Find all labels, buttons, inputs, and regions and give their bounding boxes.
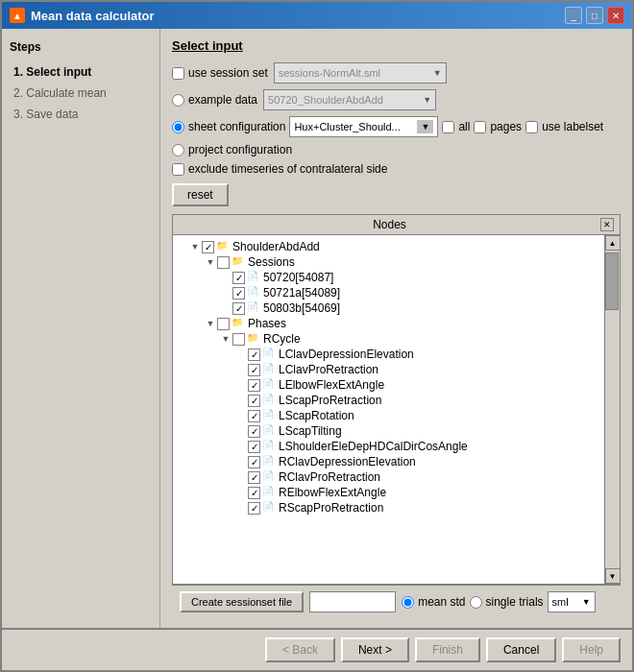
reset-button[interactable]: reset: [172, 183, 229, 206]
checkbox-rscappro[interactable]: [248, 502, 260, 515]
tree-item-lclavdepelevation[interactable]: 📄 LClavDepressionElevation: [173, 347, 604, 362]
tree-item-50721a[interactable]: 📄 50721a[54089]: [173, 285, 604, 300]
main-window: ▲ Mean data calculator _ □ ✕ Steps 1. Se…: [0, 0, 634, 672]
next-button[interactable]: Next >: [341, 637, 409, 662]
cancel-button[interactable]: Cancel: [486, 637, 556, 662]
expand-shoulderabdadd[interactable]: ▼: [188, 240, 202, 253]
checkbox-sessions[interactable]: [217, 256, 230, 269]
sheet-config-dropdown[interactable]: Hux+Cluster_Should... ▼: [289, 116, 438, 137]
sidebar-title: Steps: [10, 40, 152, 54]
checkbox-50803b[interactable]: [232, 302, 245, 315]
project-config-label[interactable]: project configuration: [172, 143, 292, 156]
back-button[interactable]: < Back: [265, 637, 335, 662]
help-button[interactable]: Help: [562, 637, 621, 662]
scroll-thumb[interactable]: [605, 252, 619, 310]
sheet-config-label[interactable]: sheet configuration: [172, 120, 285, 133]
all-checkbox[interactable]: [442, 121, 454, 133]
checkbox-lclavpro[interactable]: [248, 364, 260, 376]
expand-relbowflex: [234, 486, 248, 499]
file-icon-lscaptilting: 📄: [262, 424, 276, 438]
file-icon-relbowflex: 📄: [262, 486, 276, 499]
nodes-tree[interactable]: ▼ 📁 ShoulderAbdAdd ▼ 📁 Sessi: [173, 235, 604, 584]
scroll-down-button[interactable]: ▼: [605, 568, 621, 584]
checkbox-rclavpro[interactable]: [248, 471, 260, 484]
create-session-button[interactable]: Create sessionset file: [180, 591, 304, 612]
tree-item-lshoulderele[interactable]: 📄 LShoulderEleDepHDCalDirCosAngle: [173, 439, 604, 454]
session-set-value: sessions-NormAlt.sml: [279, 67, 380, 79]
close-button[interactable]: ✕: [607, 7, 624, 24]
file-icon-lelbow: 📄: [262, 378, 276, 392]
file-icon-lshoulderele: 📄: [262, 440, 276, 453]
use-session-set-checkbox[interactable]: [172, 67, 184, 80]
sml-dropdown[interactable]: sml ▼: [548, 591, 596, 612]
tree-item-phases[interactable]: ▼ 📁 Phases: [173, 316, 604, 331]
tree-item-rclavpro[interactable]: 📄 RClavProRetraction: [173, 469, 604, 485]
sheet-config-radio[interactable]: [172, 121, 184, 133]
tree-item-lscappro[interactable]: 📄 LScapProRetraction: [173, 393, 604, 408]
project-config-radio[interactable]: [172, 144, 184, 156]
expand-50720: [219, 271, 232, 284]
exclude-timeseries-checkbox[interactable]: [172, 163, 184, 176]
checkbox-50720[interactable]: [232, 272, 245, 284]
file-icon-lclavpro: 📄: [262, 363, 276, 376]
checkbox-lclavdep[interactable]: [248, 348, 260, 361]
example-data-radio[interactable]: [172, 94, 184, 107]
use-labelset-checkbox[interactable]: [525, 121, 538, 133]
sml-arrow-icon: ▼: [582, 597, 591, 607]
mean-std-radio[interactable]: [402, 596, 414, 609]
checkbox-rclavdep[interactable]: [248, 456, 260, 468]
tree-item-lelbowflex[interactable]: 📄 LElbowFlexExtAngle: [173, 377, 604, 393]
tree-item-lscaprotation[interactable]: 📄 LScapRotation: [173, 408, 604, 423]
maximize-button[interactable]: □: [586, 7, 603, 24]
step-3-number: 3.: [13, 108, 26, 121]
label-rscappro: RScapProRetraction: [279, 501, 383, 515]
checkbox-50721a[interactable]: [232, 287, 245, 300]
checkbox-lshoulderele[interactable]: [248, 441, 260, 453]
exclude-timeseries-label[interactable]: exclude timeseries of contralateral side: [172, 162, 387, 176]
tree-item-shoulderabdadd[interactable]: ▼ 📁 ShoulderAbdAdd: [173, 239, 604, 254]
pages-checkbox[interactable]: [474, 121, 486, 133]
expand-rscappro: [234, 501, 248, 515]
checkbox-rcycle[interactable]: [232, 333, 245, 346]
sheet-config-text: sheet configuration: [188, 120, 285, 133]
scroll-up-button[interactable]: ▲: [605, 235, 621, 251]
example-data-dropdown[interactable]: 50720_ShoulderAbdAdd ▼: [263, 89, 436, 110]
reset-button-container: reset: [172, 180, 621, 214]
tree-item-rclavdep[interactable]: 📄 RClavDepressionElevation: [173, 454, 604, 469]
tree-item-rcycle[interactable]: ▼ 📁 RCycle: [173, 331, 604, 347]
session-name-input[interactable]: [309, 591, 396, 612]
tree-item-lclavpro[interactable]: 📄 LClavProRetraction: [173, 362, 604, 377]
label-lshoulderele: LShoulderEleDepHDCalDirCosAngle: [279, 440, 468, 453]
expand-rcycle[interactable]: ▼: [219, 332, 232, 346]
finish-button[interactable]: Finish: [415, 637, 480, 662]
checkbox-relbowflex[interactable]: [248, 487, 260, 499]
tree-item-50803b[interactable]: 📄 50803b[54069]: [173, 300, 604, 316]
checkbox-lelbow[interactable]: [248, 379, 260, 392]
scroll-track[interactable]: [605, 251, 621, 568]
session-set-dropdown[interactable]: sessions-NormAlt.sml ▼: [274, 62, 447, 84]
expand-50721a: [219, 286, 232, 300]
tree-item-50720[interactable]: 📄 50720[54087]: [173, 270, 604, 285]
project-config-row: project configuration: [172, 143, 621, 156]
checkbox-lscaprotation[interactable]: [248, 410, 260, 422]
expand-lelbow: [234, 378, 248, 392]
label-phases: Phases: [248, 317, 286, 330]
use-session-set-label[interactable]: use session set: [172, 66, 268, 80]
tree-item-rscappro[interactable]: 📄 RScapProRetraction: [173, 500, 604, 516]
expand-sessions[interactable]: ▼: [204, 255, 217, 269]
checkbox-lscappro[interactable]: [248, 395, 260, 407]
tree-item-lscaptilting[interactable]: 📄 LScapTilting: [173, 423, 604, 439]
checkbox-phases[interactable]: [217, 318, 230, 330]
checkbox-shoulderabdadd[interactable]: [202, 241, 214, 253]
minimize-button[interactable]: _: [565, 7, 582, 24]
example-data-label[interactable]: example data: [172, 93, 257, 107]
tree-item-relbowflex[interactable]: 📄 RElbowFlexExtAngle: [173, 485, 604, 500]
content-area: Steps 1. Select input 2. Calculate mean …: [2, 29, 632, 628]
example-data-value: 50720_ShoulderAbdAdd: [268, 94, 383, 106]
tree-item-sessions[interactable]: ▼ 📁 Sessions: [173, 254, 604, 270]
nodes-scrollbar[interactable]: ▲ ▼: [604, 235, 620, 584]
expand-phases[interactable]: ▼: [204, 317, 217, 330]
single-trials-radio[interactable]: [470, 596, 482, 609]
nodes-close-button[interactable]: ✕: [600, 218, 614, 231]
checkbox-lscaptilting[interactable]: [248, 425, 260, 438]
